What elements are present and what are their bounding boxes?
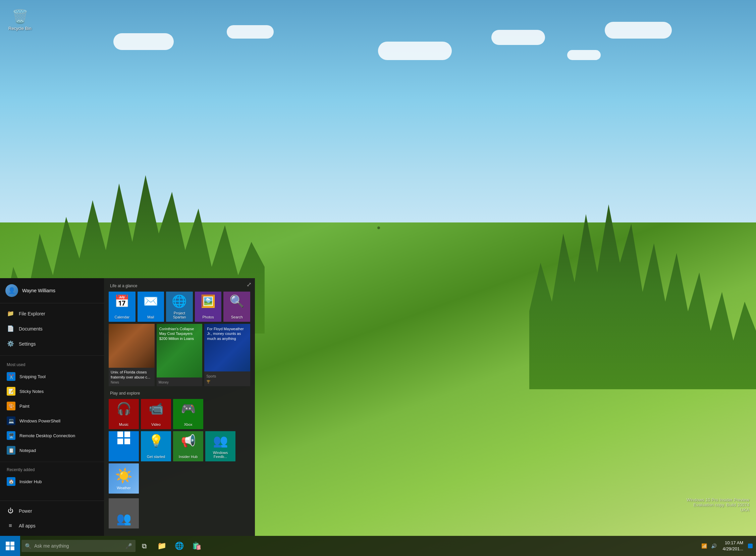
tiles-row-get-started: ☀️ Weather 💡 Get started 📢 Insider Hub 👥 (109, 431, 250, 494)
file-explorer-icon: 📁 (7, 310, 14, 317)
taskbar-store[interactable]: 🛍️ (188, 536, 205, 556)
search-taskbar-icon: 🔍 (25, 543, 32, 549)
store-taskbar-icon: 🛍️ (192, 542, 201, 550)
documents-icon: 📄 (7, 325, 14, 332)
life-glance-label: Life at a glance (109, 283, 250, 288)
money-image: Corinthian's Collapse May Cost Taxpayers… (157, 324, 203, 378)
cloud (605, 22, 672, 39)
nav-documents[interactable]: 📄 Documents (0, 321, 104, 336)
sports-tile-inner: For Floyd Mayweather Jr., money counts a… (204, 324, 250, 386)
taskbar-edge[interactable]: 🌐 (170, 536, 188, 556)
taskbar-pinned-items: 📁 🌐 🛍️ (153, 536, 205, 556)
nav-settings-label: Settings (19, 341, 36, 347)
sports-text: For Floyd Mayweather Jr., money counts a… (204, 324, 250, 344)
app-powershell-label: Windows PowerShell (20, 418, 60, 423)
user-name: Wayne Williams (22, 288, 55, 293)
app-remote-desktop-label: Remote Desktop Connection (20, 433, 75, 438)
file-explorer-taskbar-icon: 📁 (157, 542, 166, 550)
search-box[interactable]: 🔍 🎤 (22, 540, 136, 552)
app-sticky-notes[interactable]: 📝 Sticky Notes (0, 384, 104, 398)
task-view-button[interactable]: ⧉ (136, 536, 153, 556)
tile-windows-feedback[interactable]: 👥 Windows Feedb... (205, 431, 236, 461)
play-explore-section: Play and explore 🎧 Music 📹 Video 🎮 Xbox (109, 391, 250, 494)
recently-added-section: Recently added 🏠 Insider Hub (0, 463, 104, 490)
svg-rect-6 (6, 546, 10, 550)
tile-music[interactable]: 🎧 Music (109, 399, 139, 429)
network-tray-icon[interactable]: 📶 (700, 542, 708, 550)
cloud (491, 30, 545, 45)
news-source: News (111, 381, 153, 384)
separator (0, 355, 104, 356)
start-logo-icon (5, 541, 15, 551)
tile-mail-label: Mail (140, 314, 162, 319)
xbox-icon: 🎮 (181, 402, 196, 416)
tile-xbox[interactable]: 🎮 Xbox (173, 399, 203, 429)
cloud (227, 25, 274, 39)
app-insider-hub[interactable]: 🏠 Insider Hub (0, 474, 104, 489)
tile-photos-label: Photos (197, 314, 219, 319)
most-used-label: Most used (0, 360, 104, 369)
clock-area[interactable]: 10:17 AM 4/29/201... (720, 540, 746, 552)
app-paint[interactable]: 🎨 Paint (0, 398, 104, 413)
get-started-icon: 💡 (149, 434, 164, 448)
app-snipping-tool[interactable]: ✂️ Snipping Tool (0, 369, 104, 384)
nav-file-explorer[interactable]: 📁 File Explorer (0, 306, 104, 321)
tile-get-started[interactable]: 💡 Get started (141, 431, 171, 461)
tile-windows-store[interactable] (109, 431, 139, 461)
nav-power-label: Power (19, 508, 32, 514)
expand-button[interactable]: ⤢ (247, 281, 252, 288)
snipping-tool-icon: ✂️ (7, 372, 15, 381)
clock-date: 4/29/201... (723, 546, 743, 552)
start-menu-tiles: ⤢ Life at a glance 📅 Calendar ✉️ Mail 🌐 … (104, 278, 255, 536)
windows-feedback-icon: 👥 (213, 434, 228, 448)
svg-rect-7 (10, 546, 14, 550)
notification-button[interactable] (748, 544, 753, 548)
nav-all-apps[interactable]: ≡ All apps (0, 518, 104, 533)
tile-mail[interactable]: ✉️ Mail (138, 291, 164, 322)
app-powershell[interactable]: 💻 Windows PowerShell (0, 413, 104, 428)
tile-photos[interactable]: 🖼️ Photos (195, 291, 222, 322)
tile-people[interactable]: 👥 (109, 498, 139, 528)
tile-sports[interactable]: For Floyd Mayweather Jr., money counts a… (204, 324, 250, 386)
start-button[interactable] (0, 536, 20, 556)
nav-file-explorer-label: File Explorer (19, 311, 45, 316)
sports-trophy-icon: 🏆 (206, 380, 210, 384)
music-icon: 🎧 (116, 402, 132, 416)
taskbar-file-explorer[interactable]: 📁 (153, 536, 170, 556)
most-used-section: Most used ✂️ Snipping Tool 📝 Sticky Note… (0, 357, 104, 460)
money-bottom: Money (157, 378, 203, 386)
tile-get-started-label: Get started (144, 453, 168, 459)
recycle-bin-image: 🗑️ (12, 8, 28, 25)
user-profile-area[interactable]: 👤 Wayne Williams (0, 278, 104, 303)
tile-project-spartan[interactable]: 🌐 Project Spartan (166, 291, 193, 322)
paint-icon: 🎨 (7, 402, 15, 410)
system-tray: 📶 🔊 10:17 AM 4/29/201... (697, 540, 756, 552)
app-notepad[interactable]: 📋 Notepad (0, 443, 104, 458)
svg-rect-1 (124, 431, 130, 437)
volume-tray-icon[interactable]: 🔊 (710, 542, 718, 550)
cloud (113, 33, 174, 50)
tile-insider-hub[interactable]: 📢 Insider Hub (173, 431, 203, 461)
task-view-icon: ⧉ (142, 542, 147, 550)
recycle-bin-icon[interactable]: 🗑️ Recycle Bin (7, 7, 33, 33)
cloud (378, 42, 452, 60)
tile-video[interactable]: 📹 Video (141, 399, 171, 429)
app-remote-desktop[interactable]: 🖥️ Remote Desktop Connection (0, 428, 104, 443)
insider-notice: Windows 10 Pro Insider Preview Evaluatio… (687, 497, 749, 512)
search-input[interactable] (34, 543, 125, 549)
all-apps-icon: ≡ (7, 522, 14, 529)
nav-settings[interactable]: ⚙️ Settings (0, 336, 104, 351)
store-weather-col: ☀️ Weather (109, 431, 139, 494)
svg-rect-4 (6, 542, 10, 546)
tile-music-label: Music (111, 421, 136, 426)
nav-power[interactable]: ⏻ Power (0, 503, 104, 518)
sticky-notes-icon: 📝 (7, 387, 15, 395)
tile-weather[interactable]: ☀️ Weather (109, 463, 139, 494)
tile-store-label (109, 460, 139, 461)
cloud (567, 50, 601, 60)
tile-money[interactable]: Corinthian's Collapse May Cost Taxpayers… (157, 324, 203, 386)
tile-news[interactable]: Univ. of Florida closes fraternity over … (109, 324, 155, 386)
tile-search[interactable]: 🔍 Search (223, 291, 250, 322)
recently-added-label: Recently added (0, 465, 104, 474)
tile-calendar[interactable]: 📅 Calendar (109, 291, 136, 322)
